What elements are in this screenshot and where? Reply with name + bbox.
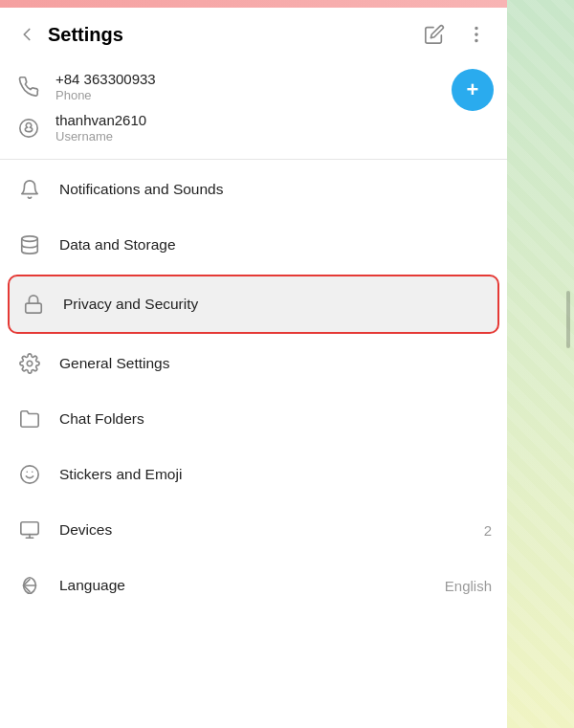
menu-item-chat-folders[interactable]: Chat Folders xyxy=(0,391,507,447)
svg-point-3 xyxy=(20,119,37,136)
menu-item-language[interactable]: Language English xyxy=(0,558,507,613)
menu-item-notifications[interactable]: Notifications and Sounds xyxy=(0,162,507,217)
language-value: English xyxy=(445,578,492,594)
menu-item-stickers[interactable]: Stickers and Emoji xyxy=(0,447,507,502)
back-button[interactable] xyxy=(10,17,44,52)
svg-rect-5 xyxy=(26,303,42,313)
menu-item-general[interactable]: General Settings xyxy=(0,336,507,391)
divider xyxy=(0,159,507,160)
svg-point-6 xyxy=(27,361,33,366)
phone-info: +84 363300933 Phone xyxy=(55,71,156,102)
add-contact-button[interactable]: + xyxy=(452,69,494,111)
more-button[interactable] xyxy=(459,17,494,52)
language-label: Language xyxy=(59,577,430,594)
data-icon xyxy=(15,231,44,259)
username-row: thanhvan2610 Username xyxy=(15,112,492,143)
username-info: thanhvan2610 Username xyxy=(55,112,146,143)
phone-icon xyxy=(15,74,42,100)
stickers-label: Stickers and Emoji xyxy=(59,466,492,483)
header: Settings xyxy=(0,8,507,61)
username-value: thanhvan2610 xyxy=(55,112,146,128)
scroll-thumb[interactable] xyxy=(566,291,570,348)
privacy-icon xyxy=(19,290,48,319)
devices-icon xyxy=(15,516,44,544)
svg-point-4 xyxy=(22,236,38,242)
phone-label: Phone xyxy=(55,88,156,102)
chat-folders-label: Chat Folders xyxy=(59,410,492,428)
phone-row: +84 363300933 Phone xyxy=(15,71,492,102)
devices-label: Devices xyxy=(59,521,469,539)
privacy-label: Privacy and Security xyxy=(63,296,488,313)
menu-item-devices[interactable]: Devices 2 xyxy=(0,502,507,558)
page-title: Settings xyxy=(48,24,417,46)
language-icon xyxy=(15,571,44,600)
edit-button[interactable] xyxy=(417,17,452,52)
top-bar xyxy=(0,0,507,8)
menu-item-data[interactable]: Data and Storage xyxy=(0,217,507,273)
phone-value: +84 363300933 xyxy=(55,71,156,87)
notifications-icon xyxy=(15,175,44,204)
chat-folders-icon xyxy=(15,405,44,433)
general-label: General Settings xyxy=(59,355,492,372)
decorative-panel xyxy=(507,0,574,728)
settings-panel: Settings + +84 363300933 Phone xyxy=(0,0,507,728)
profile-section: + +84 363300933 Phone thanhvan2610 Usern… xyxy=(0,61,507,157)
svg-point-2 xyxy=(475,40,477,42)
menu-list: Notifications and Sounds Data and Storag… xyxy=(0,162,507,728)
username-label: Username xyxy=(55,129,146,143)
svg-point-7 xyxy=(21,466,38,483)
devices-value: 2 xyxy=(484,522,492,539)
svg-point-1 xyxy=(475,33,477,35)
header-actions xyxy=(417,17,494,52)
scroll-track xyxy=(566,0,570,728)
general-icon xyxy=(15,349,44,378)
svg-rect-10 xyxy=(21,522,38,535)
stickers-icon xyxy=(15,460,44,489)
data-label: Data and Storage xyxy=(59,236,492,254)
svg-point-0 xyxy=(475,28,477,30)
notifications-label: Notifications and Sounds xyxy=(59,181,492,198)
username-icon xyxy=(15,115,42,142)
menu-item-privacy[interactable]: Privacy and Security xyxy=(8,275,499,334)
